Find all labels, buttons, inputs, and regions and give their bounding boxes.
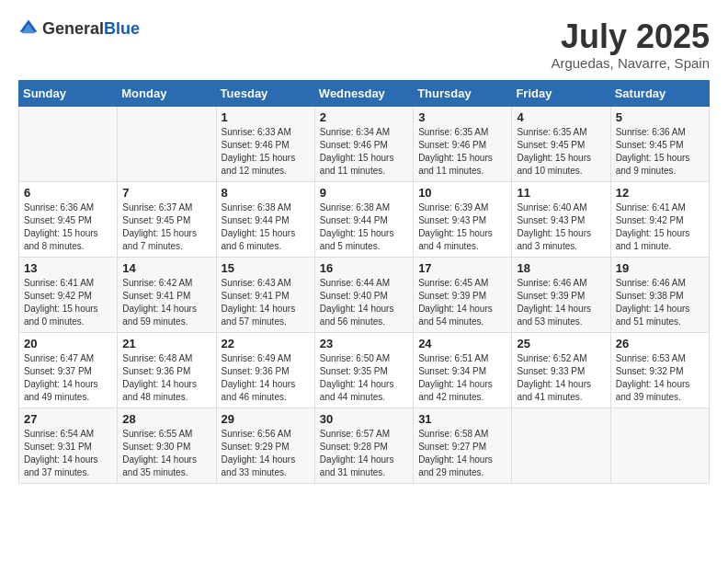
day-number: 26	[616, 337, 704, 350]
calendar-cell: 12Sunrise: 6:41 AM Sunset: 9:42 PM Dayli…	[610, 181, 709, 257]
day-number: 19	[616, 261, 704, 275]
calendar-week-row: 13Sunrise: 6:41 AM Sunset: 9:42 PM Dayli…	[19, 257, 710, 332]
day-info: Sunrise: 6:42 AM Sunset: 9:41 PM Dayligh…	[122, 277, 210, 328]
calendar-cell: 11Sunrise: 6:40 AM Sunset: 9:43 PM Dayli…	[512, 181, 610, 257]
day-info: Sunrise: 6:58 AM Sunset: 9:27 PM Dayligh…	[418, 428, 506, 479]
calendar-cell: 19Sunrise: 6:46 AM Sunset: 9:38 PM Dayli…	[610, 257, 709, 332]
day-number: 13	[24, 261, 112, 275]
calendar-cell: 13Sunrise: 6:41 AM Sunset: 9:42 PM Dayli…	[19, 257, 118, 332]
day-number: 11	[517, 186, 605, 200]
calendar-header-row: SundayMondayTuesdayWednesdayThursdayFrid…	[19, 80, 710, 106]
day-info: Sunrise: 6:37 AM Sunset: 9:45 PM Dayligh…	[122, 201, 210, 253]
day-info: Sunrise: 6:36 AM Sunset: 9:45 PM Dayligh…	[616, 126, 704, 178]
day-number: 6	[24, 186, 112, 200]
day-number: 25	[517, 337, 605, 350]
month-title: July 2025	[551, 18, 710, 55]
day-info: Sunrise: 6:35 AM Sunset: 9:46 PM Dayligh…	[418, 126, 506, 178]
day-info: Sunrise: 6:50 AM Sunset: 9:35 PM Dayligh…	[320, 352, 408, 404]
calendar-cell: 23Sunrise: 6:50 AM Sunset: 9:35 PM Dayli…	[314, 332, 413, 408]
calendar-cell: 2Sunrise: 6:34 AM Sunset: 9:46 PM Daylig…	[314, 106, 413, 181]
logo: GeneralBlue	[18, 18, 140, 39]
calendar-cell: 21Sunrise: 6:48 AM Sunset: 9:36 PM Dayli…	[118, 332, 216, 408]
day-info: Sunrise: 6:39 AM Sunset: 9:43 PM Dayligh…	[418, 201, 506, 253]
day-number: 23	[320, 337, 408, 350]
calendar-cell: 28Sunrise: 6:55 AM Sunset: 9:30 PM Dayli…	[118, 408, 216, 483]
day-info: Sunrise: 6:56 AM Sunset: 9:29 PM Dayligh…	[222, 428, 310, 479]
day-number: 9	[320, 186, 408, 200]
day-info: Sunrise: 6:44 AM Sunset: 9:40 PM Dayligh…	[320, 277, 408, 328]
day-number: 10	[418, 186, 506, 200]
day-info: Sunrise: 6:38 AM Sunset: 9:44 PM Dayligh…	[320, 201, 408, 253]
calendar-week-row: 20Sunrise: 6:47 AM Sunset: 9:37 PM Dayli…	[19, 332, 710, 408]
calendar-cell: 31Sunrise: 6:58 AM Sunset: 9:27 PM Dayli…	[414, 408, 512, 483]
day-number: 4	[517, 110, 605, 124]
day-number: 17	[418, 261, 506, 275]
calendar-week-row: 1Sunrise: 6:33 AM Sunset: 9:46 PM Daylig…	[19, 106, 710, 181]
calendar-cell: 10Sunrise: 6:39 AM Sunset: 9:43 PM Dayli…	[414, 181, 512, 257]
calendar-cell: 9Sunrise: 6:38 AM Sunset: 9:44 PM Daylig…	[314, 181, 413, 257]
calendar-cell	[512, 408, 610, 483]
logo-blue: Blue	[104, 19, 140, 38]
day-info: Sunrise: 6:47 AM Sunset: 9:37 PM Dayligh…	[24, 352, 112, 404]
calendar-cell	[610, 408, 709, 483]
calendar-cell: 29Sunrise: 6:56 AM Sunset: 9:29 PM Dayli…	[216, 408, 314, 483]
page-header: GeneralBlue July 2025 Arguedas, Navarre,…	[18, 18, 710, 71]
day-number: 28	[122, 412, 210, 426]
calendar-cell: 18Sunrise: 6:46 AM Sunset: 9:39 PM Dayli…	[512, 257, 610, 332]
calendar-cell: 24Sunrise: 6:51 AM Sunset: 9:34 PM Dayli…	[414, 332, 512, 408]
day-info: Sunrise: 6:46 AM Sunset: 9:38 PM Dayligh…	[616, 277, 704, 328]
calendar-week-row: 6Sunrise: 6:36 AM Sunset: 9:45 PM Daylig…	[19, 181, 710, 257]
calendar-cell: 26Sunrise: 6:53 AM Sunset: 9:32 PM Dayli…	[610, 332, 709, 408]
calendar-cell: 27Sunrise: 6:54 AM Sunset: 9:31 PM Dayli…	[19, 408, 118, 483]
day-number: 16	[320, 261, 408, 275]
calendar-cell: 17Sunrise: 6:45 AM Sunset: 9:39 PM Dayli…	[414, 257, 512, 332]
day-number: 22	[222, 337, 310, 350]
location-title: Arguedas, Navarre, Spain	[551, 55, 710, 71]
calendar-cell: 5Sunrise: 6:36 AM Sunset: 9:45 PM Daylig…	[610, 106, 709, 181]
day-info: Sunrise: 6:49 AM Sunset: 9:36 PM Dayligh…	[222, 352, 310, 404]
day-info: Sunrise: 6:40 AM Sunset: 9:43 PM Dayligh…	[517, 201, 605, 253]
calendar-cell: 14Sunrise: 6:42 AM Sunset: 9:41 PM Dayli…	[118, 257, 216, 332]
calendar-cell: 20Sunrise: 6:47 AM Sunset: 9:37 PM Dayli…	[19, 332, 118, 408]
day-info: Sunrise: 6:45 AM Sunset: 9:39 PM Dayligh…	[418, 277, 506, 328]
day-number: 21	[122, 337, 210, 350]
day-number: 8	[222, 186, 310, 200]
weekday-header: Thursday	[414, 80, 512, 106]
day-number: 7	[122, 186, 210, 200]
calendar-cell: 22Sunrise: 6:49 AM Sunset: 9:36 PM Dayli…	[216, 332, 314, 408]
weekday-header: Sunday	[19, 80, 118, 106]
day-number: 3	[418, 110, 506, 124]
day-number: 20	[24, 337, 112, 350]
day-info: Sunrise: 6:57 AM Sunset: 9:28 PM Dayligh…	[320, 428, 408, 479]
day-number: 31	[418, 412, 506, 426]
calendar-table: SundayMondayTuesdayWednesdayThursdayFrid…	[18, 80, 710, 484]
weekday-header: Friday	[512, 80, 610, 106]
calendar-cell: 7Sunrise: 6:37 AM Sunset: 9:45 PM Daylig…	[118, 181, 216, 257]
day-info: Sunrise: 6:41 AM Sunset: 9:42 PM Dayligh…	[24, 277, 112, 328]
day-number: 5	[616, 110, 704, 124]
weekday-header: Monday	[118, 80, 216, 106]
day-info: Sunrise: 6:43 AM Sunset: 9:41 PM Dayligh…	[222, 277, 310, 328]
day-info: Sunrise: 6:54 AM Sunset: 9:31 PM Dayligh…	[24, 428, 112, 479]
day-number: 1	[222, 110, 310, 124]
weekday-header: Wednesday	[314, 80, 413, 106]
day-info: Sunrise: 6:35 AM Sunset: 9:45 PM Dayligh…	[517, 126, 605, 178]
day-info: Sunrise: 6:53 AM Sunset: 9:32 PM Dayligh…	[616, 352, 704, 404]
calendar-cell	[118, 106, 216, 181]
day-number: 27	[24, 412, 112, 426]
calendar-cell: 30Sunrise: 6:57 AM Sunset: 9:28 PM Dayli…	[314, 408, 413, 483]
day-info: Sunrise: 6:52 AM Sunset: 9:33 PM Dayligh…	[517, 352, 605, 404]
day-info: Sunrise: 6:36 AM Sunset: 9:45 PM Dayligh…	[24, 201, 112, 253]
day-info: Sunrise: 6:38 AM Sunset: 9:44 PM Dayligh…	[222, 201, 310, 253]
day-info: Sunrise: 6:41 AM Sunset: 9:42 PM Dayligh…	[616, 201, 704, 253]
day-info: Sunrise: 6:51 AM Sunset: 9:34 PM Dayligh…	[418, 352, 506, 404]
day-info: Sunrise: 6:48 AM Sunset: 9:36 PM Dayligh…	[122, 352, 210, 404]
day-number: 18	[517, 261, 605, 275]
day-number: 14	[122, 261, 210, 275]
calendar-cell: 8Sunrise: 6:38 AM Sunset: 9:44 PM Daylig…	[216, 181, 314, 257]
weekday-header: Tuesday	[216, 80, 314, 106]
weekday-header: Saturday	[610, 80, 709, 106]
day-number: 30	[320, 412, 408, 426]
day-number: 29	[222, 412, 310, 426]
day-info: Sunrise: 6:33 AM Sunset: 9:46 PM Dayligh…	[222, 126, 310, 178]
